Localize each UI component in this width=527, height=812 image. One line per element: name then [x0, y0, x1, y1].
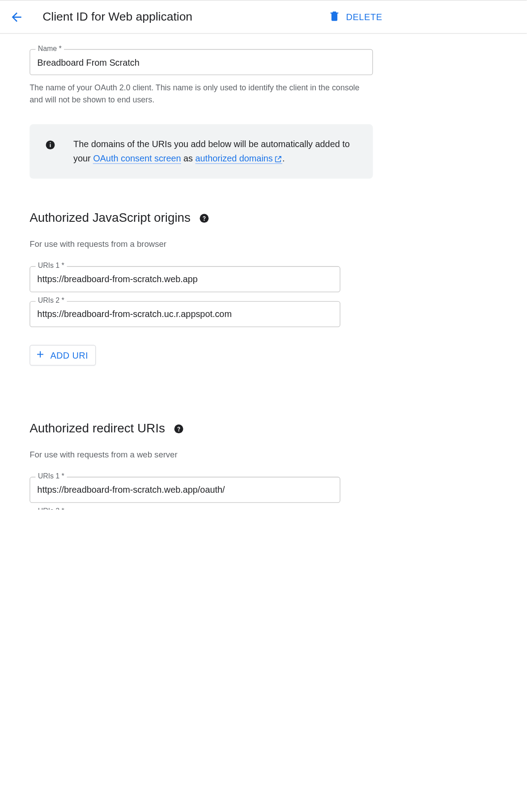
js-origin-input-1[interactable]	[30, 266, 340, 292]
add-js-origin-button[interactable]: ADD URI	[30, 345, 96, 365]
help-icon[interactable]	[199, 212, 209, 223]
info-icon	[45, 140, 56, 150]
uri-label: URIs 1 *	[35, 261, 67, 270]
js-origin-row: URIs 1 *	[30, 266, 340, 292]
name-help-text: The name of your OAuth 2.0 client. This …	[30, 82, 367, 106]
info-text-mid: as	[181, 153, 196, 163]
uri-label: URIs 1 *	[35, 472, 67, 480]
js-origin-row: URIs 2 *	[30, 301, 340, 327]
info-text: The domains of the URIs you add below wi…	[73, 137, 360, 165]
js-origin-input-2[interactable]	[30, 301, 340, 327]
delete-button[interactable]: DELETE	[323, 8, 387, 26]
help-icon[interactable]	[173, 423, 184, 433]
js-origins-heading: Authorized JavaScript origins	[30, 210, 497, 224]
uri-label: URIs 2 *	[35, 507, 67, 509]
delete-label: DELETE	[346, 12, 382, 21]
name-field: Name *	[30, 49, 373, 75]
name-label: Name *	[35, 44, 64, 53]
svg-rect-1	[50, 144, 51, 147]
back-arrow-icon[interactable]	[9, 10, 24, 24]
add-uri-label: ADD URI	[50, 350, 88, 360]
authorized-domains-label: authorized domains	[196, 153, 273, 163]
redirect-uris-title: Authorized redirect URIs	[30, 421, 165, 435]
plus-icon	[35, 349, 46, 361]
page-title: Client ID for Web application	[42, 10, 192, 23]
trash-icon	[328, 10, 340, 23]
redirect-uris-subtitle: For use with requests from a web server	[30, 449, 497, 459]
svg-rect-2	[50, 142, 51, 143]
external-link-icon	[274, 155, 282, 163]
js-origins-title: Authorized JavaScript origins	[30, 210, 191, 224]
info-box: The domains of the URIs you add below wi…	[30, 124, 373, 178]
page-header: Client ID for Web application DELETE	[0, 0, 527, 34]
js-origins-subtitle: For use with requests from a browser	[30, 239, 497, 248]
name-input[interactable]	[30, 49, 373, 75]
redirect-uri-input-1[interactable]	[30, 477, 340, 503]
redirect-uri-row: URIs 1 *	[30, 477, 340, 503]
uri-label: URIs 2 *	[35, 296, 67, 304]
oauth-consent-link[interactable]: OAuth consent screen	[93, 153, 181, 164]
redirect-uris-heading: Authorized redirect URIs	[30, 421, 497, 435]
info-text-suffix: .	[282, 153, 285, 163]
authorized-domains-link[interactable]: authorized domains	[196, 153, 282, 164]
